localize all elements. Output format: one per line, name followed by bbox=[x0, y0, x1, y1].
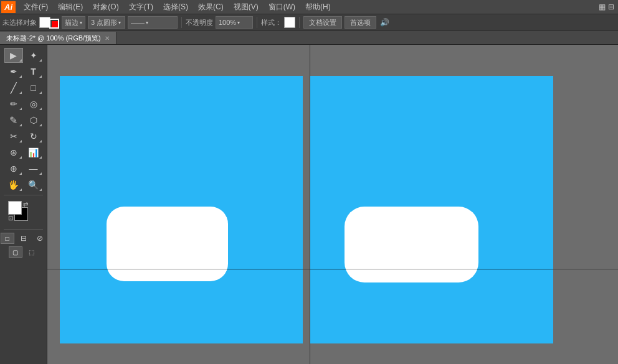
stroke-swatch[interactable] bbox=[49, 19, 59, 29]
shape-left[interactable] bbox=[107, 207, 228, 281]
app-logo: Ai bbox=[1, 1, 16, 13]
slice-icon: — bbox=[29, 164, 38, 174]
fullscreen-view[interactable]: ⬚ bbox=[25, 246, 39, 258]
tool-row-brush: ✏ ◎ bbox=[2, 96, 44, 111]
tool-row-select: ▶ ✦ bbox=[2, 48, 44, 63]
canvas-inner bbox=[47, 45, 618, 364]
scissors-icon: ✂ bbox=[10, 131, 17, 141]
tab-bar: 未标题-2* @ 100% (RGB/预览) ✕ bbox=[0, 31, 618, 45]
hand-tool[interactable]: 🖐 bbox=[4, 177, 23, 192]
rect-icon: □ bbox=[31, 83, 36, 93]
selection-icon: ▶ bbox=[10, 50, 17, 60]
type-tool[interactable]: T bbox=[24, 64, 43, 79]
menu-help[interactable]: 帮助(H) bbox=[301, 1, 335, 14]
grid-icon[interactable]: ▦ bbox=[599, 2, 606, 11]
foreground-color[interactable] bbox=[8, 201, 22, 215]
polygon-tool[interactable]: ⬡ bbox=[24, 113, 43, 128]
artboard-left[interactable] bbox=[60, 76, 303, 343]
fill-stroke-area bbox=[39, 16, 59, 29]
tool-row-zoom: 🖐 🔍 bbox=[2, 177, 44, 192]
tool-row-scissors: ✂ ↻ bbox=[2, 129, 44, 144]
arrange-icon[interactable]: ⊟ bbox=[608, 2, 614, 11]
rotate-tool[interactable]: ↻ bbox=[24, 129, 43, 144]
variable-width-input[interactable]: —— ▾ bbox=[128, 16, 178, 29]
tool-row-warp: ⊛ 📊 bbox=[2, 145, 44, 160]
rect-tool[interactable]: □ bbox=[24, 80, 43, 95]
pen-tool[interactable]: ✒ bbox=[4, 64, 23, 79]
separator-1 bbox=[181, 17, 182, 28]
menu-object[interactable]: 对象(O) bbox=[88, 1, 123, 14]
tab-label: 未标题-2* @ 100% (RGB/预览) bbox=[6, 34, 101, 43]
toolbar: 未选择对象 描边 ▾ 3 点圆形 ▾ —— ▾ 不透明度 100% ▾ 样式： … bbox=[0, 14, 618, 31]
menu-select[interactable]: 选择(S) bbox=[159, 1, 193, 14]
canvas-area[interactable] bbox=[47, 45, 618, 364]
zoom-icon: 🔍 bbox=[28, 180, 39, 190]
fill-mode-normal[interactable]: □ bbox=[1, 233, 14, 244]
graph-tool[interactable]: 📊 bbox=[24, 145, 43, 160]
zoom-tool[interactable]: 🔍 bbox=[24, 177, 43, 192]
tool-separator bbox=[4, 195, 43, 195]
warp-tool[interactable]: ⊛ bbox=[4, 145, 23, 160]
view-modes: ▢ ⬚ bbox=[0, 246, 47, 258]
full-vertical-guide bbox=[310, 45, 310, 364]
menu-bar: Ai 文件(F) 编辑(E) 对象(O) 文字(T) 选择(S) 效果(C) 视… bbox=[0, 0, 618, 14]
separator-3 bbox=[299, 17, 300, 28]
fill-mode-gradient[interactable]: ⊟ bbox=[17, 233, 31, 244]
type-icon: T bbox=[31, 67, 36, 77]
main-area: ▶ ✦ ✒ T ╱ □ bbox=[0, 45, 618, 364]
extra-tools: □ ⊟ ⊘ bbox=[0, 233, 47, 244]
polygon-icon: ⬡ bbox=[30, 115, 37, 125]
style-label: 样式： bbox=[261, 18, 282, 27]
style-swatch[interactable] bbox=[284, 17, 295, 28]
menu-effect[interactable]: 效果(C) bbox=[194, 1, 228, 14]
menu-window[interactable]: 窗口(W) bbox=[264, 1, 300, 14]
artboard-container bbox=[60, 76, 553, 343]
opacity-input[interactable]: 100% ▾ bbox=[216, 16, 253, 29]
stroke-size-dropdown[interactable]: 3 点圆形 ▾ bbox=[88, 16, 125, 29]
doc-settings-button[interactable]: 文档设置 bbox=[303, 16, 342, 29]
selection-label: 未选择对象 bbox=[2, 18, 37, 27]
tool-row-gradient: ⊕ — bbox=[2, 161, 44, 176]
warp-icon: ⊛ bbox=[10, 147, 17, 157]
shape-right[interactable] bbox=[345, 207, 478, 282]
artboard-right[interactable] bbox=[310, 76, 553, 343]
prefs-button[interactable]: 首选项 bbox=[345, 16, 376, 29]
tool-row-line: ╱ □ bbox=[2, 80, 44, 95]
speaker-icon[interactable]: 🔊 bbox=[380, 18, 389, 27]
pen-icon: ✒ bbox=[10, 67, 17, 77]
slice-tool[interactable]: — bbox=[24, 161, 43, 176]
opacity-label: 不透明度 bbox=[186, 18, 213, 27]
tool-panel: ▶ ✦ ✒ T ╱ □ bbox=[0, 45, 47, 364]
paintbrush-icon: ✏ bbox=[10, 99, 17, 109]
ellipse-tool[interactable]: ◎ bbox=[24, 96, 43, 111]
artboard-tool[interactable]: ⊕ bbox=[4, 161, 23, 176]
tab-close-button[interactable]: ✕ bbox=[105, 35, 110, 42]
graph-icon: 📊 bbox=[28, 147, 39, 157]
fill-mode-none[interactable]: ⊘ bbox=[33, 233, 47, 244]
tab-untitled[interactable]: 未标题-2* @ 100% (RGB/预览) ✕ bbox=[0, 32, 116, 44]
pencil-tool[interactable]: ✎ bbox=[4, 113, 23, 128]
menu-view[interactable]: 视图(V) bbox=[229, 1, 263, 14]
line-tool[interactable]: ╱ bbox=[4, 80, 23, 95]
menu-file[interactable]: 文件(F) bbox=[19, 1, 52, 14]
tool-row-draw: ✒ T bbox=[2, 64, 44, 79]
ellipse-icon: ◎ bbox=[30, 99, 37, 109]
direct-select-tool[interactable]: ✦ bbox=[24, 48, 43, 63]
selection-tool[interactable]: ▶ bbox=[4, 48, 23, 63]
color-area: ⇄ ⊡ bbox=[0, 200, 47, 225]
hand-icon: 🖐 bbox=[8, 180, 19, 190]
menu-edit[interactable]: 编辑(E) bbox=[54, 1, 87, 14]
direct-select-icon: ✦ bbox=[30, 50, 37, 60]
separator-2 bbox=[257, 17, 257, 28]
scissors-tool[interactable]: ✂ bbox=[4, 129, 23, 144]
normal-view[interactable]: ▢ bbox=[9, 246, 22, 258]
full-horizontal-guide bbox=[47, 269, 618, 269]
pencil-icon: ✎ bbox=[9, 114, 17, 126]
line-icon: ╱ bbox=[11, 82, 17, 94]
menu-icons: ▦ ⊟ bbox=[596, 2, 617, 11]
reset-colors-icon[interactable]: ⊡ bbox=[8, 215, 13, 222]
paintbrush-tool[interactable]: ✏ bbox=[4, 96, 23, 111]
menu-text[interactable]: 文字(T) bbox=[125, 1, 158, 14]
artboard-icon: ⊕ bbox=[10, 164, 17, 174]
stroke-dropdown[interactable]: 描边 ▾ bbox=[62, 16, 85, 29]
